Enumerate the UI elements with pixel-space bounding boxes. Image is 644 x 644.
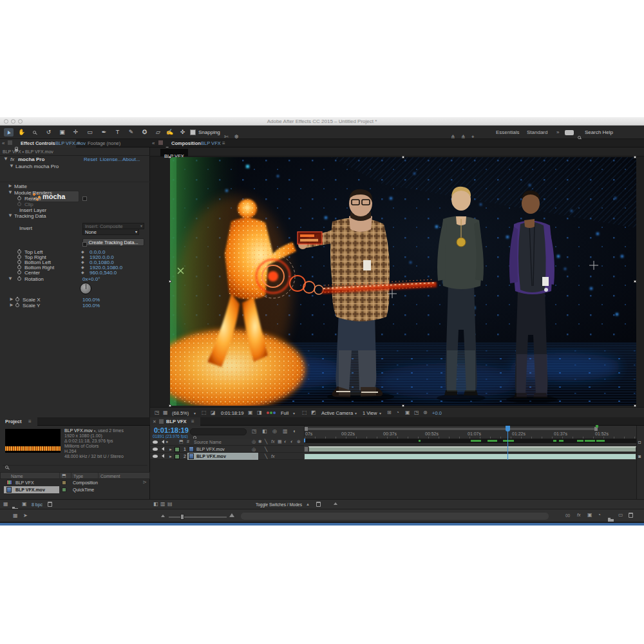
layer-label-swatch[interactable]	[175, 447, 180, 452]
reset-link[interactable]: Reset	[84, 156, 97, 162]
roto-brush-tool[interactable]: ✍	[165, 128, 175, 137]
work-area-bar[interactable]	[306, 427, 597, 431]
expand-transfer-icon[interactable]: ▥	[160, 502, 166, 507]
close-tab-icon[interactable]: ✕	[153, 419, 156, 424]
resolution-select[interactable]: Full	[281, 410, 289, 416]
expand-inout-icon[interactable]: ▤	[167, 502, 173, 507]
stopwatch-icon[interactable]	[15, 303, 19, 307]
layer-shy-icon[interactable]: ◎	[252, 454, 256, 459]
collapse-switch-icon[interactable]: ✱	[258, 439, 262, 444]
type-tool[interactable]: T	[113, 128, 122, 137]
hide-shy-layers-icon[interactable]: ◎	[272, 429, 277, 434]
delete-layer-icon[interactable]	[316, 502, 321, 507]
panel-drawer-chevron[interactable]: «	[2, 140, 5, 146]
twirl-icon[interactable]: ▼	[3, 156, 8, 162]
expand-button-icon[interactable]: ▲	[306, 502, 310, 507]
time-ruler[interactable]: 07s 00:22s 00:37s 00:52s 01:07s 01:22s 0…	[304, 426, 636, 439]
project-row-footage[interactable]: BLP VFX.mov QuickTime	[0, 486, 150, 493]
threed-switch-icon[interactable]: ⊛	[297, 439, 301, 444]
param-matte[interactable]: ► Matte	[0, 184, 150, 189]
roi-icon[interactable]: ⬚	[302, 410, 307, 415]
frame-blend-icon[interactable]: ▥	[283, 429, 288, 434]
brush-tool[interactable]: ✎	[126, 128, 136, 137]
new-composition-icon[interactable]: ▣	[22, 502, 27, 507]
composition-viewer[interactable]	[170, 157, 636, 406]
toggle-switches-button[interactable]: Toggle Switches / Modes	[256, 502, 302, 507]
pixel-aspect-icon[interactable]: ⊞	[387, 410, 392, 415]
exposure-value[interactable]: +0.0	[432, 410, 442, 416]
draft-3d-icon[interactable]: ◧	[262, 429, 267, 434]
layer-row-1[interactable]: ► 1 BLP VFX.mov ◎ ╲	[150, 446, 304, 453]
panel-drawer-chevron[interactable]: «	[152, 140, 155, 146]
snapshot-icon[interactable]: ▣	[248, 410, 253, 415]
launch-mocha-row[interactable]: ▼ Launch mocha Pro	[0, 164, 150, 169]
audio-column-icon[interactable]	[160, 440, 164, 444]
shape-tool[interactable]: ▭	[85, 128, 95, 137]
motion-blur-switch-icon[interactable]: ◐	[284, 439, 287, 444]
zoom-level[interactable]: (68.5%)	[172, 410, 189, 416]
screen-icon[interactable]: ▦	[163, 410, 168, 415]
always-preview-icon[interactable]: ◳	[155, 410, 160, 415]
workspace-essentials[interactable]: Essentials	[496, 129, 519, 135]
grid-view-icon[interactable]: ▦	[13, 513, 18, 518]
layer-eye-icon[interactable]	[153, 448, 158, 451]
fx-switch-icon[interactable]: fx	[271, 439, 274, 444]
param-value[interactable]: 100.0%	[82, 303, 100, 308]
stopwatch-icon[interactable]	[15, 298, 19, 301]
label-column-icon[interactable]: ⬒	[62, 473, 66, 478]
footage-name[interactable]: BLP VFX.mov	[64, 428, 93, 433]
quality-switch-icon[interactable]: ╲	[265, 439, 267, 444]
interpret-footage-icon[interactable]: ▦	[3, 502, 8, 507]
camera-dropdown-icon[interactable]: ▾	[355, 411, 357, 416]
tab-footage[interactable]: Footage (none)	[88, 140, 120, 146]
layer-handle[interactable]	[634, 156, 636, 158]
transparency-grid-icon[interactable]: ◩	[311, 410, 316, 415]
col-comment[interactable]: Comment	[100, 473, 120, 479]
zoom-dropdown-icon[interactable]: ▾	[194, 411, 196, 416]
layer-handle[interactable]	[169, 156, 171, 158]
motion-blur-icon[interactable]: ◐	[293, 429, 296, 434]
zoom-slider-thumb[interactable]	[180, 514, 184, 520]
project-search-input[interactable]	[3, 458, 147, 466]
tab-timeline-blpvfx[interactable]: ✕ BLP VFX ≡	[150, 417, 200, 426]
comp-timecode[interactable]: 0:01:18:19	[221, 410, 243, 416]
effect-row-mocha-pro[interactable]: ▼ fx mocha Pro Reset License... About...	[0, 156, 150, 162]
layer-eye-icon[interactable]	[153, 455, 158, 458]
rotate-tool[interactable]: ↺	[44, 128, 53, 137]
show-snapshot-icon[interactable]: ◨	[257, 410, 262, 415]
live-update-icon[interactable]: fx	[577, 513, 580, 518]
current-timecode[interactable]: 0:01:18:19	[154, 426, 189, 434]
zoom-out-mountain-icon[interactable]	[334, 502, 337, 505]
param-scale-y[interactable]: ► Scale Y 100.0%	[0, 281, 150, 287]
col-type[interactable]: Type	[73, 473, 83, 479]
work-area-start-handle[interactable]	[305, 427, 308, 431]
zoom-slider-track[interactable]	[169, 516, 227, 518]
layer-handle[interactable]	[634, 280, 636, 283]
comp-viewer-tab[interactable]: BLP VFX	[160, 149, 188, 156]
channels-icon-g[interactable]	[270, 412, 272, 414]
project-bit-depth[interactable]: 8 bpc	[32, 502, 43, 507]
shy-switch-icon[interactable]: ◎	[252, 439, 256, 444]
param-tracking-data[interactable]: ▼ Tracking Data	[0, 213, 150, 219]
panel-menu-icon[interactable]: ≡	[191, 419, 194, 424]
layer-handle[interactable]	[402, 156, 404, 158]
camera-tool[interactable]: ▣	[57, 128, 67, 137]
layer-audio-icon[interactable]	[160, 447, 164, 451]
mask-visibility-icon[interactable]: ◪	[211, 410, 216, 415]
channels-icon-b[interactable]	[273, 412, 276, 414]
frame-blend-switch-icon[interactable]: ▦	[278, 439, 282, 444]
zoom-slider-big-mountain-icon[interactable]	[229, 513, 234, 517]
twirl-icon[interactable]: ►	[8, 184, 13, 189]
label-column-icon[interactable]: ⬒	[179, 439, 184, 444]
cc-libraries-icon[interactable]	[565, 130, 574, 135]
expand-switches-icon[interactable]: ◧	[153, 502, 158, 507]
layer-quality-icon[interactable]: ╲	[265, 447, 267, 452]
param-value[interactable]: 100.0%	[82, 297, 100, 303]
draft-icon[interactable]: ▣	[587, 513, 592, 518]
selection-tool[interactable]: ▲	[4, 128, 14, 137]
source-name-column[interactable]: Source Name	[194, 439, 222, 445]
zoom-slider-small-mountain-icon[interactable]	[161, 515, 165, 517]
panel-menu-icon[interactable]: ≡	[222, 140, 225, 146]
layer-quality-icon[interactable]: ╲	[265, 454, 267, 459]
layer-bar-head[interactable]	[304, 446, 308, 452]
